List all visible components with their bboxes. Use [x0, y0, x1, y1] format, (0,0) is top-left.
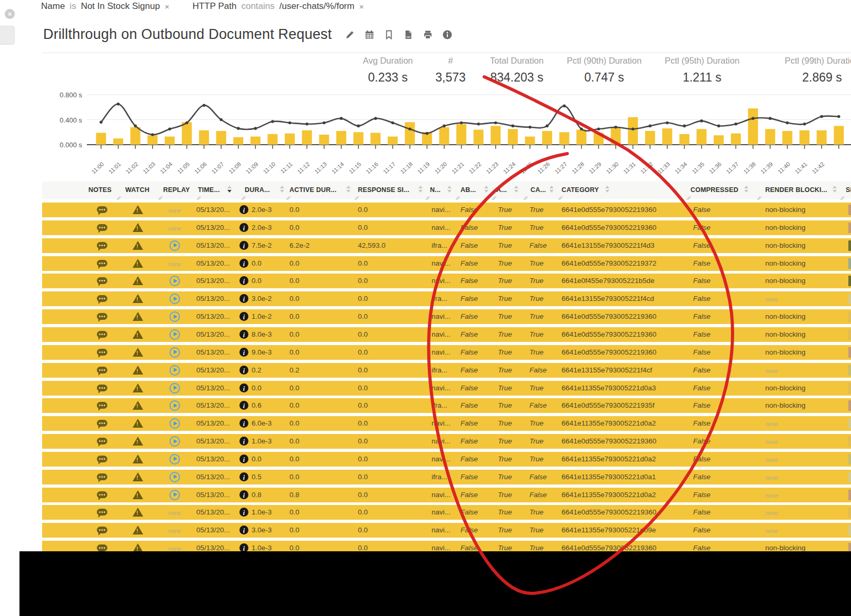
- row-info-icon[interactable]: [239, 312, 248, 321]
- replay-icon[interactable]: [169, 436, 180, 447]
- warning-icon[interactable]: [133, 348, 143, 357]
- warning-icon[interactable]: [133, 205, 143, 214]
- session-strip[interactable]: [848, 223, 851, 233]
- table-row[interactable]: 05/13/20...0.00.00.0navi...FalseTrueTrue…: [42, 274, 851, 288]
- notes-icon[interactable]: [97, 527, 107, 533]
- table-row[interactable]: 05/13/20...1.0e-20.00.0navi...FalseTrueT…: [42, 309, 851, 324]
- col-watch[interactable]: WATCH: [125, 186, 149, 194]
- session-strip[interactable]: [848, 205, 851, 215]
- warning-icon[interactable]: [133, 455, 143, 463]
- table-row[interactable]: none05/13/20...2.0e-30.00.0navi...FalseT…: [42, 203, 851, 217]
- session-strip[interactable]: [848, 276, 851, 286]
- notes-icon[interactable]: [97, 473, 107, 480]
- warning-icon[interactable]: [133, 508, 143, 517]
- session-strip[interactable]: [848, 294, 851, 304]
- replay-icon[interactable]: [169, 383, 180, 393]
- session-strip[interactable]: [848, 436, 851, 447]
- row-info-icon[interactable]: [239, 526, 248, 534]
- col-category[interactable]: CATEGORY: [562, 186, 599, 194]
- column-resize-handle[interactable]: [116, 196, 121, 201]
- notes-icon[interactable]: [97, 295, 107, 302]
- calendar-icon[interactable]: [364, 29, 375, 40]
- filter-chip-name[interactable]: Name is Not In Stock Signup: [41, 1, 169, 12]
- table-row[interactable]: 05/13/20...0.50.00.0ifra...FalseTrueFals…: [42, 470, 851, 484]
- print-icon[interactable]: [423, 29, 433, 40]
- warning-icon[interactable]: [133, 330, 143, 339]
- session-strip[interactable]: [848, 311, 851, 322]
- session-strip[interactable]: [848, 472, 851, 482]
- session-strip[interactable]: [848, 454, 851, 464]
- notes-icon[interactable]: [97, 331, 107, 338]
- remove-filter-icon[interactable]: [359, 2, 364, 11]
- table-row[interactable]: 05/13/20...0.80.80.0navi...FalseTrueFals…: [42, 488, 851, 502]
- table-row[interactable]: none05/13/20...2.0e-30.00.0navi...FalseT…: [42, 220, 851, 235]
- col-active-duration[interactable]: ACTIVE DUR...: [289, 186, 336, 194]
- column-resize-handle[interactable]: [157, 196, 163, 201]
- session-strip[interactable]: [848, 347, 851, 358]
- column-resize-handle[interactable]: [523, 196, 528, 201]
- col-a[interactable]: A...: [496, 186, 507, 194]
- sort-arrows[interactable]: [280, 186, 285, 193]
- column-resize-handle[interactable]: [285, 196, 291, 201]
- table-row[interactable]: 05/13/20...8.0e-30.00.0navi...FalseTrueT…: [42, 327, 851, 342]
- replay-icon[interactable]: [169, 329, 180, 340]
- warning-icon[interactable]: [133, 472, 143, 481]
- replay-icon[interactable]: [169, 347, 180, 358]
- bookmark-icon[interactable]: [384, 29, 394, 40]
- replay-icon[interactable]: [169, 472, 180, 482]
- close-icon[interactable]: [5, 9, 15, 19]
- warning-icon[interactable]: [133, 276, 143, 285]
- row-info-icon[interactable]: [239, 383, 248, 392]
- table-row[interactable]: 05/13/20...6.0e-30.00.0navi...FalseTrueT…: [42, 416, 851, 431]
- row-info-icon[interactable]: [239, 508, 248, 517]
- table-row[interactable]: 05/13/20...0.20.20.0ifra...FalseTrueFals…: [42, 363, 851, 378]
- row-info-icon[interactable]: [239, 205, 248, 214]
- replay-icon[interactable]: [169, 400, 180, 411]
- table-row[interactable]: none05/13/20...0.00.00.0navi...FalseTrue…: [42, 256, 851, 271]
- col-n[interactable]: N...: [430, 186, 440, 194]
- notes-icon[interactable]: [97, 349, 107, 356]
- warning-icon[interactable]: [133, 490, 143, 499]
- notes-icon[interactable]: [97, 491, 107, 498]
- column-resize-handle[interactable]: [455, 196, 460, 201]
- row-info-icon[interactable]: [239, 223, 248, 232]
- table-row[interactable]: 05/13/20...0.60.00.0ifra...FalseTrueFals…: [42, 398, 851, 413]
- table-row[interactable]: 05/13/20...0.00.00.0navi...FalseTrueTrue…: [42, 381, 851, 396]
- warning-icon[interactable]: [133, 366, 143, 375]
- session-strip[interactable]: [848, 365, 851, 376]
- col-render-blocking[interactable]: RENDER BLOCKI...: [765, 186, 827, 194]
- row-info-icon[interactable]: [239, 401, 248, 410]
- session-strip[interactable]: [848, 418, 851, 429]
- column-resize-handle[interactable]: [756, 196, 762, 201]
- table-row[interactable]: none05/13/20...3.0e-30.00.0navi...FalseT…: [42, 523, 851, 538]
- row-info-icon[interactable]: [239, 490, 248, 499]
- col-replay[interactable]: REPLAY: [163, 186, 190, 194]
- table-row[interactable]: 05/13/20...3.0e-20.00.0ifra...FalseTrueT…: [42, 291, 851, 306]
- sort-arrows[interactable]: [227, 186, 232, 193]
- warning-icon[interactable]: [133, 419, 143, 428]
- replay-icon[interactable]: [169, 276, 180, 286]
- replay-icon[interactable]: [169, 418, 180, 429]
- remove-filter-icon[interactable]: [165, 2, 169, 11]
- notes-icon[interactable]: [97, 367, 107, 373]
- column-resize-handle[interactable]: [425, 196, 430, 201]
- sort-arrows[interactable]: [744, 186, 749, 193]
- row-info-icon[interactable]: [239, 437, 248, 446]
- warning-icon[interactable]: [133, 259, 143, 268]
- row-info-icon[interactable]: [239, 259, 248, 268]
- warning-icon[interactable]: [133, 437, 143, 446]
- notes-icon[interactable]: [97, 420, 107, 427]
- session-strip[interactable]: [848, 329, 851, 340]
- col-compressed[interactable]: COMPRESSED: [690, 186, 738, 194]
- session-strip[interactable]: [848, 525, 851, 536]
- col-response-size[interactable]: RESPONSE SI...: [358, 186, 409, 194]
- row-info-icon[interactable]: [239, 348, 248, 357]
- notes-icon[interactable]: [97, 224, 107, 231]
- column-resize-handle[interactable]: [686, 196, 691, 201]
- session-strip[interactable]: [848, 400, 851, 411]
- row-info-icon[interactable]: [239, 241, 248, 250]
- sort-arrows[interactable]: [605, 186, 610, 193]
- table-row[interactable]: 05/13/20...1.0e-30.00.0navi...FalseTrueT…: [42, 434, 851, 449]
- session-strip[interactable]: [848, 507, 851, 518]
- column-resize-handle[interactable]: [557, 196, 563, 201]
